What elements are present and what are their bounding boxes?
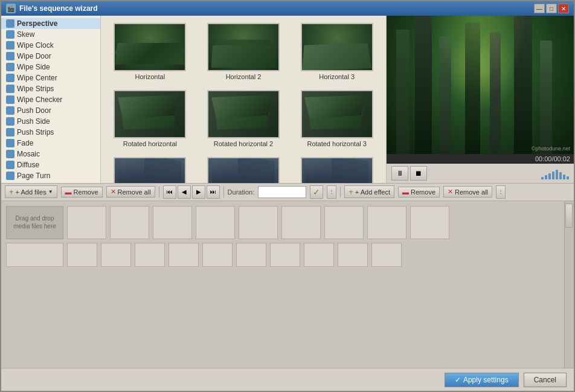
sidebar-item-diffuse[interactable]: Diffuse bbox=[1, 159, 100, 170]
close-button[interactable]: ✕ bbox=[558, 4, 569, 13]
timeline-cell-2-6 bbox=[236, 243, 266, 267]
transition-item-rotated3[interactable]: Rotated horizontal 3 bbox=[292, 88, 381, 150]
add-files-label: + Add files bbox=[16, 188, 47, 196]
timeline-scroll[interactable]: Drag and drop media files here bbox=[1, 201, 574, 275]
transition-item-vertical2[interactable]: Vertical 2 bbox=[199, 155, 288, 183]
timeline-area: Drag and drop media files here bbox=[1, 201, 574, 368]
sidebar-item-label: Skew bbox=[17, 30, 34, 39]
transition-grid: HorizontalHorizontal 2Horizontal 3Rotate… bbox=[101, 16, 386, 183]
sidebar-item-label: Wipe Strips bbox=[17, 85, 54, 93]
sidebar-item-label: Fade bbox=[17, 139, 33, 147]
sidebar-item-label: Perspective bbox=[17, 19, 57, 28]
add-icon: + bbox=[9, 187, 14, 196]
timestamp-text: 00:00/00:02 bbox=[535, 155, 570, 162]
sidebar-item-label: Wipe Checker bbox=[17, 95, 62, 104]
transition-label: Horizontal 2 bbox=[226, 73, 262, 80]
remove-button[interactable]: ▬ Remove bbox=[61, 187, 103, 198]
preview-area: ©photodune.net 00:00/00:02 ⏸ ⏹ bbox=[387, 16, 574, 183]
sidebar-item-wipe-side[interactable]: Wipe Side bbox=[1, 62, 100, 72]
sidebar-icon bbox=[6, 41, 14, 50]
app-icon: 🎬 bbox=[6, 4, 16, 13]
timeline-cell-2-5 bbox=[202, 243, 233, 267]
remove-label: Remove bbox=[74, 188, 98, 196]
timeline-cell-2-8 bbox=[304, 243, 334, 267]
sidebar-icon bbox=[6, 128, 14, 137]
stop-button[interactable]: ⏹ bbox=[410, 166, 427, 181]
main-window: 🎬 File's sequence wizard — □ ✕ Perspecti… bbox=[0, 0, 575, 392]
sidebar-icon bbox=[6, 63, 14, 71]
remove-all-icon: ✕ bbox=[111, 188, 116, 196]
volume-bar-6 bbox=[563, 175, 565, 179]
sidebar-item-skew[interactable]: Skew bbox=[1, 29, 100, 40]
transition-item-rotated[interactable]: Rotated horizontal bbox=[106, 88, 194, 150]
sidebar-item-mosaic[interactable]: Mosaic bbox=[1, 149, 100, 159]
sidebar-item-perspective[interactable]: Perspective bbox=[1, 18, 100, 29]
go-last-button[interactable]: ⏭ bbox=[207, 185, 220, 199]
volume-indicator bbox=[541, 167, 569, 179]
sidebar-item-fade[interactable]: Fade bbox=[1, 138, 100, 149]
sidebar-item-wipe-strips[interactable]: Wipe Strips bbox=[1, 83, 100, 94]
sidebar-item-push-side[interactable]: Push Side bbox=[1, 116, 100, 127]
sidebar-item-push-door[interactable]: Push Door bbox=[1, 105, 100, 116]
go-next-button[interactable]: ▶ bbox=[192, 185, 205, 199]
remove-all-label: Remove all bbox=[118, 188, 151, 196]
add-files-button[interactable]: + + Add files ▼ bbox=[5, 185, 57, 198]
cancel-button[interactable]: Cancel bbox=[524, 373, 567, 387]
sidebar-item-page-turn[interactable]: Page Turn bbox=[1, 170, 100, 181]
timeline-vscroll-thumb[interactable] bbox=[565, 204, 573, 228]
timeline-cell-1-9 bbox=[410, 206, 449, 239]
maximize-button[interactable]: □ bbox=[546, 4, 557, 13]
add-effect-button[interactable]: + + Add effect bbox=[344, 185, 394, 198]
sidebar-item-wipe-checker[interactable]: Wipe Checker bbox=[1, 94, 100, 105]
transition-item-vertical[interactable]: Vertical bbox=[106, 155, 194, 183]
volume-bar-1 bbox=[545, 175, 547, 179]
go-first-button[interactable]: ⏮ bbox=[163, 185, 176, 199]
transition-thumbnail-horizontal bbox=[114, 23, 186, 71]
transition-label: Rotated horizontal bbox=[123, 140, 177, 147]
pause-button[interactable]: ⏸ bbox=[391, 166, 408, 181]
remove-all-effect-button[interactable]: ✕ Remove all bbox=[443, 186, 492, 198]
minimize-button[interactable]: — bbox=[534, 4, 545, 13]
timeline-vscroll[interactable] bbox=[564, 201, 574, 368]
timeline-cell-2-2 bbox=[101, 243, 131, 267]
duration-input[interactable] bbox=[258, 186, 306, 198]
remove-icon: ▬ bbox=[65, 188, 72, 196]
sidebar-item-label: Wipe Clock bbox=[17, 41, 54, 50]
timeline-cell-1-8 bbox=[367, 206, 406, 239]
sidebar-item-wipe-clock[interactable]: Wipe Clock bbox=[1, 40, 100, 51]
transition-area: HorizontalHorizontal 2Horizontal 3Rotate… bbox=[101, 16, 387, 183]
title-bar-left: 🎬 File's sequence wizard bbox=[6, 4, 98, 13]
sidebar-icon bbox=[6, 150, 14, 158]
sidebar-item-wipe-center[interactable]: Wipe Center bbox=[1, 72, 100, 83]
go-prev-button[interactable]: ◀ bbox=[178, 185, 191, 199]
timeline-cell-1-6 bbox=[281, 206, 321, 239]
sidebar-icon bbox=[6, 139, 14, 147]
transition-item-horizontal[interactable]: Horizontal bbox=[106, 21, 194, 83]
transition-item-vertical3[interactable]: Vertical 3 bbox=[292, 155, 381, 183]
timeline-row-2 bbox=[6, 243, 562, 267]
more-button[interactable]: ⋮ bbox=[327, 185, 336, 199]
window-title: File's sequence wizard bbox=[19, 4, 98, 13]
confirm-button[interactable]: ✓ bbox=[310, 185, 323, 199]
apply-settings-button[interactable]: ✓ Apply settings bbox=[445, 373, 519, 387]
light-rays bbox=[424, 16, 536, 112]
timeline-cell-1-3 bbox=[153, 206, 192, 239]
remove-effect-button[interactable]: ▬ Remove bbox=[398, 187, 440, 198]
timeline-scroll-outer: Drag and drop media files here bbox=[1, 201, 574, 368]
remove-all-button[interactable]: ✕ Remove all bbox=[106, 186, 155, 198]
sidebar-item-wipe-door[interactable]: Wipe Door bbox=[1, 51, 100, 62]
transition-label: Horizontal 3 bbox=[319, 73, 355, 80]
transition-item-horizontal2[interactable]: Horizontal 2 bbox=[199, 21, 288, 83]
duration-label: Duration: bbox=[228, 188, 255, 196]
overflow-button[interactable]: ⋮ bbox=[496, 185, 506, 199]
sidebar-item-label: Diffuse bbox=[17, 161, 39, 169]
transition-item-horizontal3[interactable]: Horizontal 3 bbox=[292, 21, 381, 83]
transition-thumbnail-rotated3 bbox=[301, 90, 373, 138]
cancel-label: Cancel bbox=[534, 376, 556, 384]
transition-thumbnail-vertical2 bbox=[207, 157, 280, 183]
transition-item-rotated2[interactable]: Rotated horizontal 2 bbox=[199, 88, 288, 150]
bottom-toolbar: + + Add files ▼ ▬ Remove ✕ Remove all ⏮ … bbox=[1, 183, 574, 201]
title-bar: 🎬 File's sequence wizard — □ ✕ bbox=[1, 1, 574, 16]
apply-label: Apply settings bbox=[463, 376, 509, 384]
sidebar-item-push-strips[interactable]: Push Strips bbox=[1, 127, 100, 138]
